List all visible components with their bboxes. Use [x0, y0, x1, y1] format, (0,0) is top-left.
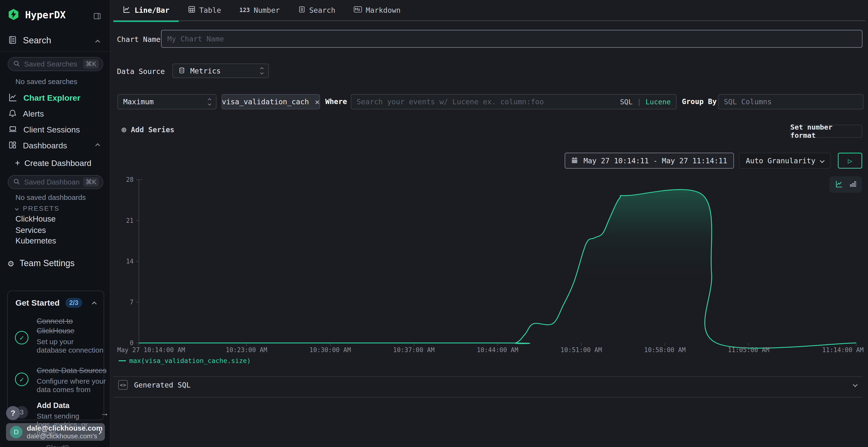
code-icon: <>: [118, 380, 128, 390]
search-section-icon: [8, 35, 17, 46]
number-123-icon: 123: [240, 7, 250, 13]
chevron-down-icon: [820, 158, 825, 163]
get-started-card: Get Started 2/3 ✓ Connect to ClickHouse …: [7, 291, 104, 420]
sidebar-item-dashboards[interactable]: Dashboards: [8, 140, 67, 151]
metric-tag[interactable]: visa_validation_cach ×: [222, 94, 320, 109]
chart-legend[interactable]: max(visa_validation_cache.size): [119, 357, 251, 365]
cut-off-text: Cloud?: [46, 444, 69, 447]
sidebar-item-client-sessions[interactable]: Client Sessions: [8, 124, 80, 135]
aggregation-value: Maximum: [123, 98, 154, 106]
preset-kubernetes[interactable]: Kubernetes: [16, 236, 56, 245]
group-by-input[interactable]: [718, 94, 863, 109]
database-icon: [178, 66, 185, 75]
y-tick-label: 21: [126, 217, 133, 224]
sidebar: HyperDX Search ⌘K No saved searches: [0, 0, 111, 447]
no-saved-dashboards: No saved dashboards: [16, 194, 86, 202]
data-source-select[interactable]: Metrics: [173, 64, 269, 78]
x-tick-label: 10:58:00 AM: [644, 346, 686, 353]
saved-dashboards-field[interactable]: [24, 178, 79, 186]
chart-name-field[interactable]: [167, 35, 856, 43]
tab-label: Markdown: [366, 6, 401, 14]
select-chevrons-icon: [208, 99, 211, 105]
where-field[interactable]: [356, 98, 616, 106]
run-query-button[interactable]: ▷: [838, 153, 862, 169]
user-profile-bar[interactable]: D dale@clickhouse.com dale@clickhouse.co…: [6, 423, 105, 441]
generated-sql-header[interactable]: <> Generated SQL: [118, 380, 191, 390]
calendar-icon: [571, 156, 578, 165]
tab-table[interactable]: Table: [179, 0, 230, 21]
create-dashboard-button[interactable]: + Create Dashboard: [15, 158, 91, 168]
granularity-select[interactable]: Auto Granularity: [739, 153, 831, 169]
y-tick-label: 0: [130, 339, 133, 347]
x-tick-label: 11:14:00 AM: [822, 346, 864, 353]
chart-name-input[interactable]: [161, 30, 863, 48]
add-series-label: Add Series: [131, 126, 175, 134]
get-started-item-2[interactable]: ✓ Create Data Sources Configure where yo…: [15, 366, 106, 394]
presets-toggle[interactable]: PRESETS: [16, 204, 60, 213]
laptop-icon: [8, 124, 18, 135]
chevron-up-icon[interactable]: [95, 40, 100, 44]
data-source-label: Data Source: [117, 67, 165, 76]
divider: [113, 397, 863, 398]
tab-line-bar[interactable]: Line/Bar: [113, 0, 179, 21]
tab-bar: Line/Bar Table 123 Number Search: [113, 0, 865, 21]
question-mark-icon: ?: [10, 409, 16, 418]
help-button[interactable]: ?: [6, 406, 20, 420]
x-tick-label: 11:05:00 AM: [728, 346, 769, 353]
search-icon: [13, 178, 20, 186]
granularity-value: Auto Granularity: [746, 157, 815, 165]
no-saved-searches: No saved searches: [16, 77, 78, 86]
legend-swatch: [119, 360, 126, 361]
sidebar-section-search[interactable]: Search: [8, 35, 51, 46]
lucene-mode-toggle[interactable]: Lucene: [646, 98, 671, 106]
metric-tag-label: visa_validation_cach: [222, 98, 309, 106]
chevron-up-icon[interactable]: [95, 143, 100, 148]
user-email: dale@clickhouse.com: [27, 424, 93, 432]
add-series-button[interactable]: ⊕ Add Series: [121, 125, 174, 135]
remove-tag-icon[interactable]: ×: [315, 97, 319, 107]
shortcut-badge: ⌘K: [83, 177, 99, 187]
saved-dashboards-input[interactable]: ⌘K: [8, 175, 103, 189]
search-section-label: Search: [23, 35, 51, 45]
logo[interactable]: HyperDX: [8, 7, 66, 23]
tab-number[interactable]: 123 Number: [230, 0, 289, 21]
shortcut-badge: ⌘K: [83, 59, 99, 69]
aggregation-select[interactable]: Maximum: [117, 94, 217, 109]
sidebar-item-chart-explorer[interactable]: Chart Explorer: [8, 92, 80, 104]
check-circle-icon: ✓: [15, 331, 28, 344]
group-by-field[interactable]: [724, 98, 858, 106]
chevron-down-icon[interactable]: [853, 382, 858, 387]
preset-clickhouse[interactable]: ClickHouse: [16, 214, 56, 224]
presets-label: PRESETS: [23, 205, 60, 212]
create-dashboard-label: Create Dashboard: [24, 159, 91, 168]
table-icon: [188, 5, 195, 15]
sidebar-item-alerts[interactable]: Alerts: [8, 108, 44, 119]
x-tick-label: May 27 10:14:00 AM: [117, 346, 185, 353]
set-number-format-button[interactable]: Set number format: [790, 125, 862, 138]
sidebar-item-team-settings[interactable]: ⚙ Team Settings: [8, 257, 74, 269]
y-tick-label: 28: [126, 176, 133, 183]
divider: [0, 51, 111, 52]
time-series-chart[interactable]: max(visa_validation_cache.size) 07142128…: [113, 173, 868, 373]
where-input[interactable]: SQL | Lucene: [351, 94, 677, 109]
play-icon: ▷: [848, 157, 852, 165]
x-tick-label: 10:51:00 AM: [560, 346, 602, 353]
chevron-down-icon: [15, 207, 19, 210]
tab-markdown[interactable]: Markdown: [345, 0, 410, 21]
app-title: HyperDX: [25, 9, 66, 21]
y-tick-label: 14: [126, 258, 133, 265]
x-tick-label: 10:30:00 AM: [309, 346, 351, 353]
collapse-sidebar-icon[interactable]: [93, 12, 101, 21]
get-started-item-1[interactable]: ✓ Connect to ClickHouse Set up your data…: [15, 316, 105, 354]
chevron-up-icon[interactable]: [92, 302, 97, 306]
saved-searches-field[interactable]: [24, 60, 79, 68]
gs-item-subtitle: Configure where your data comes from: [37, 377, 106, 394]
tab-search[interactable]: Search: [289, 0, 345, 21]
preset-services[interactable]: Services: [16, 226, 46, 235]
sql-mode-toggle[interactable]: SQL: [620, 98, 632, 106]
date-range-picker[interactable]: May 27 10:14:11 - May 27 11:14:11: [565, 153, 734, 169]
user-subtitle: dale@clickhouse.com's: [27, 432, 93, 440]
gear-icon: ⚙: [8, 259, 14, 268]
data-source-value: Metrics: [190, 67, 221, 75]
saved-searches-input[interactable]: ⌘K: [8, 57, 103, 71]
